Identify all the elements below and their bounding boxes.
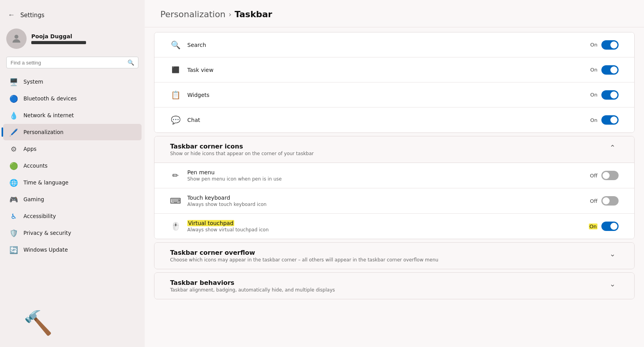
apps-icon: ⚙️ [9, 145, 18, 153]
user-avatar-icon [11, 33, 22, 45]
svg-point-0 [14, 35, 18, 39]
app-title: Settings [20, 12, 45, 19]
taskbar-behaviors-subtitle: Taskbar alignment, badging, automaticall… [170, 287, 606, 293]
breadcrumb-chevron: › [229, 10, 231, 18]
sidebar-item-label: Personalization [23, 129, 63, 135]
virtual-touchpad-highlighted-label: Virtual touchpad [187, 220, 234, 226]
sidebar-item-gaming[interactable]: 🎮 Gaming [3, 191, 142, 207]
sidebar-item-label: Windows Update [23, 247, 68, 253]
search-toggle-control: On [590, 40, 619, 50]
virtual-touchpad-toggle[interactable] [601, 222, 619, 231]
taskbar-corner-overflow-header-text: Taskbar corner overflow Choose which ico… [170, 249, 606, 263]
search-box[interactable]: 🔍 [6, 57, 138, 68]
taskview-toggle-thumb [610, 66, 617, 73]
widgets-setting-icon: 📋 [170, 89, 181, 100]
taskbar-corner-overflow-title: Taskbar corner overflow [170, 249, 606, 256]
taskbar-corner-overflow-subtitle: Choose which icons may appear in the tas… [170, 257, 606, 263]
search-toggle-track[interactable] [601, 40, 619, 50]
taskbar-behaviors-title: Taskbar behaviors [170, 279, 606, 286]
taskbar-behaviors-chevron[interactable]: ⌄ [606, 279, 619, 289]
chat-toggle[interactable] [601, 115, 619, 125]
main-content: Personalization › Taskbar 🔍 Search On [145, 0, 644, 347]
touch-keyboard-title: Touch keyboard [187, 195, 584, 201]
virtual-touchpad-toggle-control: On [589, 222, 619, 231]
taskview-setting-icon: ⬛ [170, 64, 181, 75]
search-setting-text: Search [187, 42, 584, 48]
widgets-toggle-track[interactable] [601, 90, 619, 100]
taskbar-corner-overflow-chevron[interactable]: ⌄ [606, 249, 619, 259]
taskview-toggle-track[interactable] [601, 65, 619, 75]
sidebar-item-accounts[interactable]: 🟢 Accounts [3, 157, 142, 174]
touch-keyboard-icon: ⌨️ [170, 195, 181, 206]
content-wrapper: 🔍 Search On ⬛ Task view [145, 32, 644, 310]
search-setting-row: 🔍 Search On [154, 32, 634, 57]
privacy-icon: 🛡️ [9, 229, 18, 237]
pen-menu-row: ✏️ Pen menu Show pen menu icon when pen … [154, 163, 634, 188]
sidebar-item-label: Network & internet [23, 112, 74, 118]
sidebar-item-time[interactable]: 🌐 Time & language [3, 174, 142, 191]
search-input[interactable] [11, 60, 124, 66]
chat-toggle-track[interactable] [601, 115, 619, 125]
pen-menu-toggle-track[interactable] [601, 171, 619, 180]
search-toggle-thumb [610, 41, 617, 48]
taskbar-corner-overflow-section: Taskbar corner overflow Choose which ico… [154, 242, 635, 269]
update-icon: 🔄 [9, 245, 18, 254]
avatar [6, 29, 27, 49]
breadcrumb-current: Taskbar [235, 9, 272, 19]
network-icon: 💧 [9, 111, 18, 120]
user-bar [31, 41, 86, 44]
pen-menu-toggle[interactable] [601, 171, 619, 180]
virtual-touchpad-subtitle: Always show virtual touchpad icon [187, 227, 583, 233]
back-button[interactable]: ← [6, 9, 16, 21]
touch-keyboard-toggle[interactable] [601, 196, 619, 206]
widgets-toggle-thumb [610, 91, 617, 98]
taskbar-corner-icons-chevron[interactable]: ⌃ [606, 143, 619, 152]
bluetooth-icon: 🔵 [9, 94, 18, 103]
touch-keyboard-toggle-label: Off [590, 198, 597, 204]
taskbar-corner-icons-section: Taskbar corner icons Show or hide icons … [154, 136, 635, 239]
taskbar-behaviors-header: Taskbar behaviors Taskbar alignment, bad… [154, 273, 634, 299]
taskbar-corner-icons-title: Taskbar corner icons [170, 143, 606, 150]
sidebar-item-apps[interactable]: ⚙️ Apps [3, 141, 142, 157]
chat-setting-row: 💬 Chat On [154, 107, 634, 132]
virtual-touchpad-toggle-thumb [610, 223, 617, 230]
chat-toggle-thumb [610, 116, 617, 123]
sidebar-item-network[interactable]: 💧 Network & internet [3, 107, 142, 123]
taskbar-corner-overflow-header: Taskbar corner overflow Choose which ico… [154, 243, 634, 269]
sidebar-item-personalization[interactable]: 🖊️ Personalization [3, 124, 142, 140]
touch-keyboard-toggle-track[interactable] [601, 196, 619, 206]
time-icon: 🌐 [9, 178, 18, 187]
pen-menu-toggle-label: Off [590, 173, 597, 179]
taskview-toggle[interactable] [601, 65, 619, 75]
touch-keyboard-toggle-control: Off [590, 196, 619, 206]
virtual-touchpad-icon: 🖱️ [170, 221, 181, 232]
breadcrumb: Personalization › Taskbar [145, 0, 644, 27]
virtual-touchpad-text: Virtual touchpad Always show virtual tou… [187, 220, 583, 233]
sidebar-item-bluetooth[interactable]: 🔵 Bluetooth & devices [3, 90, 142, 107]
virtual-touchpad-toggle-track[interactable] [601, 222, 619, 231]
chat-setting-text: Chat [187, 117, 584, 123]
taskview-setting-row: ⬛ Task view On [154, 57, 634, 82]
sidebar-item-label: Time & language [23, 179, 68, 186]
sidebar-item-privacy[interactable]: 🛡️ Privacy & security [3, 225, 142, 241]
sidebar-item-label: Bluetooth & devices [23, 95, 77, 102]
accounts-icon: 🟢 [9, 161, 18, 170]
sidebar-item-accessibility[interactable]: ♿ Accessibility [3, 208, 142, 224]
pen-menu-icon: ✏️ [170, 170, 181, 181]
sidebar-item-system[interactable]: 🖥️ System [3, 73, 142, 90]
taskbar-behaviors-header-text: Taskbar behaviors Taskbar alignment, bad… [170, 279, 606, 293]
chat-toggle-label: On [590, 117, 597, 123]
search-setting-icon: 🔍 [170, 39, 181, 50]
sidebar-item-update[interactable]: 🔄 Windows Update [3, 241, 142, 258]
taskbar-corner-icons-header-text: Taskbar corner icons Show or hide icons … [170, 143, 606, 156]
pen-menu-title: Pen menu [187, 169, 584, 175]
search-icon: 🔍 [127, 59, 134, 66]
hammer-decoration: 🔨 [23, 309, 145, 337]
touch-keyboard-toggle-thumb [603, 197, 610, 204]
widgets-toggle[interactable] [601, 90, 619, 100]
pen-menu-toggle-control: Off [590, 171, 619, 180]
search-toggle[interactable] [601, 40, 619, 50]
search-toggle-label: On [590, 42, 597, 48]
sidebar-item-label: Privacy & security [23, 230, 71, 236]
widgets-setting-title: Widgets [187, 92, 584, 98]
